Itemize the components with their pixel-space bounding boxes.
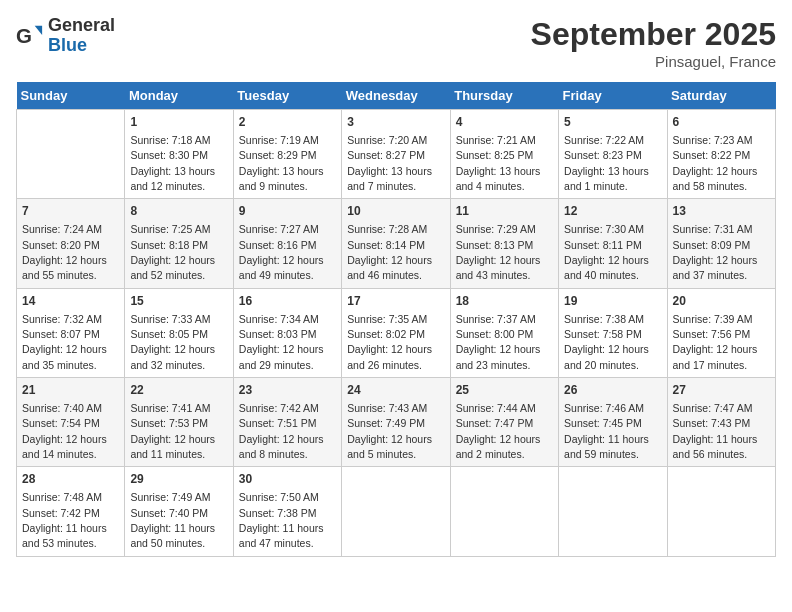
day-number: 3 [347, 114, 444, 131]
day-content: Sunrise: 7:37 AM Sunset: 8:00 PM Dayligh… [456, 313, 541, 371]
logo: G General Blue [16, 16, 115, 56]
day-content: Sunrise: 7:39 AM Sunset: 7:56 PM Dayligh… [673, 313, 758, 371]
day-number: 15 [130, 293, 227, 310]
day-content: Sunrise: 7:29 AM Sunset: 8:13 PM Dayligh… [456, 223, 541, 281]
day-content: Sunrise: 7:31 AM Sunset: 8:09 PM Dayligh… [673, 223, 758, 281]
day-number: 11 [456, 203, 553, 220]
day-content: Sunrise: 7:32 AM Sunset: 8:07 PM Dayligh… [22, 313, 107, 371]
day-number: 8 [130, 203, 227, 220]
week-row-1: 1Sunrise: 7:18 AM Sunset: 8:30 PM Daylig… [17, 110, 776, 199]
day-content: Sunrise: 7:50 AM Sunset: 7:38 PM Dayligh… [239, 491, 324, 549]
day-content: Sunrise: 7:49 AM Sunset: 7:40 PM Dayligh… [130, 491, 215, 549]
day-content: Sunrise: 7:24 AM Sunset: 8:20 PM Dayligh… [22, 223, 107, 281]
day-number: 25 [456, 382, 553, 399]
week-row-4: 21Sunrise: 7:40 AM Sunset: 7:54 PM Dayli… [17, 378, 776, 467]
day-cell: 28Sunrise: 7:48 AM Sunset: 7:42 PM Dayli… [17, 467, 125, 556]
day-cell: 5Sunrise: 7:22 AM Sunset: 8:23 PM Daylig… [559, 110, 667, 199]
day-content: Sunrise: 7:34 AM Sunset: 8:03 PM Dayligh… [239, 313, 324, 371]
header-cell-tuesday: Tuesday [233, 82, 341, 110]
day-number: 28 [22, 471, 119, 488]
location: Pinsaguel, France [531, 53, 776, 70]
day-cell: 18Sunrise: 7:37 AM Sunset: 8:00 PM Dayli… [450, 288, 558, 377]
day-cell: 20Sunrise: 7:39 AM Sunset: 7:56 PM Dayli… [667, 288, 775, 377]
day-cell: 4Sunrise: 7:21 AM Sunset: 8:25 PM Daylig… [450, 110, 558, 199]
logo-blue: Blue [48, 36, 115, 56]
day-cell: 12Sunrise: 7:30 AM Sunset: 8:11 PM Dayli… [559, 199, 667, 288]
day-cell: 7Sunrise: 7:24 AM Sunset: 8:20 PM Daylig… [17, 199, 125, 288]
day-number: 7 [22, 203, 119, 220]
day-content: Sunrise: 7:25 AM Sunset: 8:18 PM Dayligh… [130, 223, 215, 281]
day-cell [342, 467, 450, 556]
day-number: 18 [456, 293, 553, 310]
day-content: Sunrise: 7:27 AM Sunset: 8:16 PM Dayligh… [239, 223, 324, 281]
day-cell: 17Sunrise: 7:35 AM Sunset: 8:02 PM Dayli… [342, 288, 450, 377]
day-number: 29 [130, 471, 227, 488]
day-cell: 23Sunrise: 7:42 AM Sunset: 7:51 PM Dayli… [233, 378, 341, 467]
day-content: Sunrise: 7:22 AM Sunset: 8:23 PM Dayligh… [564, 134, 649, 192]
week-row-2: 7Sunrise: 7:24 AM Sunset: 8:20 PM Daylig… [17, 199, 776, 288]
day-number: 30 [239, 471, 336, 488]
day-content: Sunrise: 7:41 AM Sunset: 7:53 PM Dayligh… [130, 402, 215, 460]
day-number: 4 [456, 114, 553, 131]
day-content: Sunrise: 7:40 AM Sunset: 7:54 PM Dayligh… [22, 402, 107, 460]
logo-general: General [48, 16, 115, 36]
day-cell [17, 110, 125, 199]
day-number: 24 [347, 382, 444, 399]
day-number: 13 [673, 203, 770, 220]
day-cell: 24Sunrise: 7:43 AM Sunset: 7:49 PM Dayli… [342, 378, 450, 467]
day-number: 26 [564, 382, 661, 399]
day-content: Sunrise: 7:46 AM Sunset: 7:45 PM Dayligh… [564, 402, 649, 460]
day-number: 9 [239, 203, 336, 220]
day-cell: 22Sunrise: 7:41 AM Sunset: 7:53 PM Dayli… [125, 378, 233, 467]
page-header: G General Blue September 2025 Pinsaguel,… [16, 16, 776, 70]
day-cell: 13Sunrise: 7:31 AM Sunset: 8:09 PM Dayli… [667, 199, 775, 288]
day-cell: 26Sunrise: 7:46 AM Sunset: 7:45 PM Dayli… [559, 378, 667, 467]
day-content: Sunrise: 7:30 AM Sunset: 8:11 PM Dayligh… [564, 223, 649, 281]
day-cell: 30Sunrise: 7:50 AM Sunset: 7:38 PM Dayli… [233, 467, 341, 556]
day-number: 16 [239, 293, 336, 310]
week-row-5: 28Sunrise: 7:48 AM Sunset: 7:42 PM Dayli… [17, 467, 776, 556]
svg-text:G: G [16, 23, 32, 46]
day-content: Sunrise: 7:23 AM Sunset: 8:22 PM Dayligh… [673, 134, 758, 192]
day-number: 2 [239, 114, 336, 131]
day-number: 6 [673, 114, 770, 131]
day-number: 19 [564, 293, 661, 310]
day-cell: 9Sunrise: 7:27 AM Sunset: 8:16 PM Daylig… [233, 199, 341, 288]
day-cell: 25Sunrise: 7:44 AM Sunset: 7:47 PM Dayli… [450, 378, 558, 467]
day-content: Sunrise: 7:44 AM Sunset: 7:47 PM Dayligh… [456, 402, 541, 460]
day-number: 22 [130, 382, 227, 399]
day-content: Sunrise: 7:28 AM Sunset: 8:14 PM Dayligh… [347, 223, 432, 281]
svg-marker-1 [35, 26, 42, 35]
calendar-body: 1Sunrise: 7:18 AM Sunset: 8:30 PM Daylig… [17, 110, 776, 557]
day-cell: 19Sunrise: 7:38 AM Sunset: 7:58 PM Dayli… [559, 288, 667, 377]
title-block: September 2025 Pinsaguel, France [531, 16, 776, 70]
day-cell: 2Sunrise: 7:19 AM Sunset: 8:29 PM Daylig… [233, 110, 341, 199]
day-content: Sunrise: 7:33 AM Sunset: 8:05 PM Dayligh… [130, 313, 215, 371]
day-content: Sunrise: 7:19 AM Sunset: 8:29 PM Dayligh… [239, 134, 324, 192]
header-cell-saturday: Saturday [667, 82, 775, 110]
day-cell: 10Sunrise: 7:28 AM Sunset: 8:14 PM Dayli… [342, 199, 450, 288]
day-content: Sunrise: 7:47 AM Sunset: 7:43 PM Dayligh… [673, 402, 758, 460]
day-number: 23 [239, 382, 336, 399]
calendar-table: SundayMondayTuesdayWednesdayThursdayFrid… [16, 82, 776, 557]
day-content: Sunrise: 7:21 AM Sunset: 8:25 PM Dayligh… [456, 134, 541, 192]
day-number: 27 [673, 382, 770, 399]
day-content: Sunrise: 7:43 AM Sunset: 7:49 PM Dayligh… [347, 402, 432, 460]
day-cell: 3Sunrise: 7:20 AM Sunset: 8:27 PM Daylig… [342, 110, 450, 199]
day-content: Sunrise: 7:35 AM Sunset: 8:02 PM Dayligh… [347, 313, 432, 371]
logo-text: General Blue [48, 16, 115, 56]
header-cell-wednesday: Wednesday [342, 82, 450, 110]
day-content: Sunrise: 7:20 AM Sunset: 8:27 PM Dayligh… [347, 134, 432, 192]
day-number: 17 [347, 293, 444, 310]
day-cell: 16Sunrise: 7:34 AM Sunset: 8:03 PM Dayli… [233, 288, 341, 377]
day-cell [667, 467, 775, 556]
day-content: Sunrise: 7:18 AM Sunset: 8:30 PM Dayligh… [130, 134, 215, 192]
day-cell: 1Sunrise: 7:18 AM Sunset: 8:30 PM Daylig… [125, 110, 233, 199]
day-number: 21 [22, 382, 119, 399]
day-cell [559, 467, 667, 556]
header-row: SundayMondayTuesdayWednesdayThursdayFrid… [17, 82, 776, 110]
day-cell: 11Sunrise: 7:29 AM Sunset: 8:13 PM Dayli… [450, 199, 558, 288]
day-cell: 27Sunrise: 7:47 AM Sunset: 7:43 PM Dayli… [667, 378, 775, 467]
day-number: 10 [347, 203, 444, 220]
month-title: September 2025 [531, 16, 776, 53]
